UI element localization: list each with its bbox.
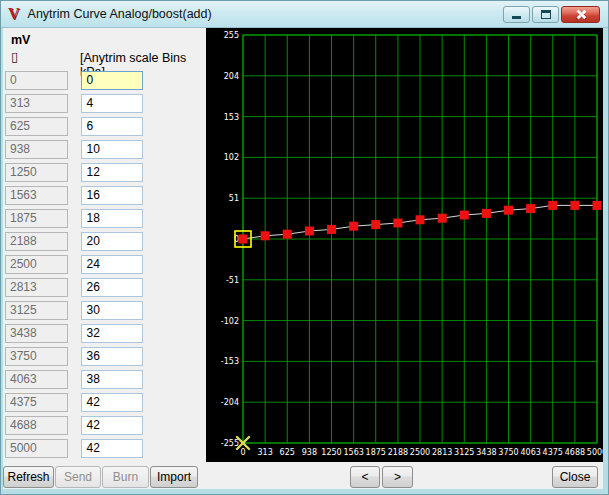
bin-row <box>5 300 143 323</box>
bin-row <box>5 139 143 162</box>
x-tick-label: 5000 <box>587 448 603 457</box>
mv-readonly-field <box>5 232 68 251</box>
x-tick-label: 3750 <box>498 448 518 457</box>
mv-readonly-field <box>5 370 68 389</box>
maximize-button[interactable] <box>532 6 559 23</box>
kpa-input-field[interactable] <box>81 94 143 113</box>
send-button[interactable]: Send <box>55 466 101 488</box>
bin-rows <box>5 70 143 461</box>
chart-point[interactable] <box>349 222 358 231</box>
chart-point[interactable] <box>593 201 602 210</box>
refresh-button[interactable]: Refresh <box>3 466 54 488</box>
bin-row <box>5 93 143 116</box>
chart-point[interactable] <box>438 214 447 223</box>
y-tick-label: 51 <box>229 194 239 203</box>
next-bin-button[interactable]: > <box>382 466 413 488</box>
kpa-input-field[interactable] <box>81 209 143 228</box>
chart-point[interactable] <box>371 220 380 229</box>
x-tick-label: 4375 <box>543 448 563 457</box>
y-tick-label: 153 <box>224 113 239 122</box>
kpa-input-field[interactable] <box>81 163 143 182</box>
kpa-input-field[interactable] <box>81 186 143 205</box>
close-button[interactable]: Close <box>552 466 598 488</box>
bin-row <box>5 231 143 254</box>
bin-row <box>5 185 143 208</box>
mv-readonly-field <box>5 71 68 90</box>
bin-row <box>5 208 143 231</box>
chart-point[interactable] <box>283 230 292 239</box>
mv-readonly-field <box>5 255 68 274</box>
kpa-input-field[interactable] <box>81 370 143 389</box>
chart-point[interactable] <box>305 227 314 236</box>
y-tick-label: -153 <box>221 357 239 366</box>
y-tick-label: -51 <box>226 276 239 285</box>
bin-row <box>5 277 143 300</box>
window-title: Anytrim Curve Analog/boost(add) <box>28 7 212 21</box>
mv-readonly-field <box>5 324 68 343</box>
minimize-button[interactable] <box>503 6 530 23</box>
chart-point[interactable] <box>526 204 535 213</box>
mv-column-header: mV <box>11 33 30 47</box>
mv-readonly-field <box>5 186 68 205</box>
maximize-icon <box>541 10 551 19</box>
minimize-icon <box>512 16 521 19</box>
bin-row <box>5 70 143 93</box>
bin-row <box>5 392 143 415</box>
bin-row <box>5 323 143 346</box>
x-tick-label: 3125 <box>454 448 474 457</box>
dialog-window: V Anytrim Curve Analog/boost(add) mV ▯ [… <box>0 0 609 495</box>
chart-point[interactable] <box>504 206 513 215</box>
bin-row <box>5 346 143 369</box>
kpa-input-field[interactable] <box>81 278 143 297</box>
y-tick-label: -102 <box>221 317 239 326</box>
bin-row <box>5 415 143 438</box>
mv-readonly-field <box>5 163 68 182</box>
x-tick-label: 313 <box>258 448 273 457</box>
kpa-input-field[interactable] <box>81 324 143 343</box>
chart-point[interactable] <box>570 201 579 210</box>
chart-point[interactable] <box>261 231 270 240</box>
chart-point[interactable] <box>239 235 248 244</box>
chart-point[interactable] <box>393 219 402 228</box>
x-tick-label: 2500 <box>410 448 430 457</box>
chart-point[interactable] <box>327 225 336 234</box>
import-button[interactable]: Import <box>150 466 198 488</box>
bin-row <box>5 369 143 392</box>
window-close-button[interactable] <box>561 6 600 23</box>
x-tick-label: 1875 <box>366 448 386 457</box>
x-tick-label: 4688 <box>565 448 585 457</box>
kpa-input-field[interactable] <box>81 439 143 458</box>
title-bar: V Anytrim Curve Analog/boost(add) <box>1 1 608 28</box>
kpa-input-field[interactable] <box>81 140 143 159</box>
input-panel: mV ▯ [Anytrim scale Bins kPa] <box>3 28 206 462</box>
bin-row <box>5 162 143 185</box>
kpa-input-field[interactable] <box>81 117 143 136</box>
chart-point[interactable] <box>548 201 557 210</box>
kpa-input-field[interactable] <box>81 71 143 90</box>
kpa-input-field[interactable] <box>81 255 143 274</box>
chart-point[interactable] <box>482 209 491 218</box>
x-tick-label: 938 <box>302 448 317 457</box>
kpa-input-field[interactable] <box>81 393 143 412</box>
kpa-input-field[interactable] <box>81 301 143 320</box>
mv-readonly-field <box>5 301 68 320</box>
chart-panel: 255204153102510-51-102-153-204-255031362… <box>206 28 603 462</box>
chart-point[interactable] <box>416 215 425 224</box>
mv-readonly-field <box>5 347 68 366</box>
x-tick-label: 2813 <box>432 448 452 457</box>
x-tick-label: 1563 <box>343 448 363 457</box>
boost-curve-chart[interactable]: 255204153102510-51-102-153-204-255031362… <box>206 28 603 462</box>
kpa-input-field[interactable] <box>81 347 143 366</box>
y-tick-label: 255 <box>224 31 239 40</box>
burn-button[interactable]: Burn <box>102 466 149 488</box>
chart-point[interactable] <box>460 211 469 220</box>
x-tick-label: 1250 <box>321 448 341 457</box>
x-tick-label: 2188 <box>388 448 408 457</box>
kpa-input-field[interactable] <box>81 232 143 251</box>
bin-row <box>5 438 143 461</box>
mv-readonly-field <box>5 439 68 458</box>
kpa-input-field[interactable] <box>81 416 143 435</box>
prev-bin-button[interactable]: < <box>350 466 380 488</box>
window-controls <box>503 6 600 23</box>
x-tick-label: 625 <box>280 448 295 457</box>
